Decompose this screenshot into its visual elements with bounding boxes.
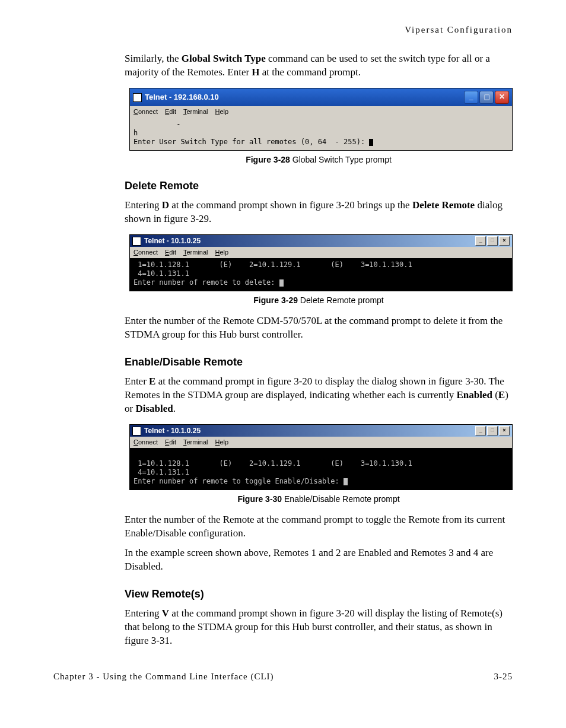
telnet-window-fig30: Telnet - 10.1.0.25 _ □ × Connect Edit Te… — [129, 424, 513, 490]
menubar: CConnectonnect Edit Terminal Help — [130, 106, 512, 117]
menu-help[interactable]: Help — [215, 438, 229, 447]
text-cursor — [279, 279, 284, 287]
minimize-button[interactable]: _ — [475, 426, 486, 435]
figure-label: Figure 3-28 — [246, 155, 290, 164]
menu-help[interactable]: Help — [215, 248, 229, 257]
maximize-button[interactable]: □ — [487, 236, 498, 246]
figure-text: Enable/Disable Remote prompt — [282, 494, 399, 504]
heading-enable-disable: Enable/Disable Remote — [125, 355, 513, 369]
page-footer: Chapter 3 - Using the Command Line Inter… — [53, 670, 513, 682]
text: Enter — [125, 376, 149, 387]
window-controls: _ ▢ ✕ — [464, 91, 509, 104]
terminal-output[interactable]: - h Enter User Switch Type for all remot… — [130, 117, 512, 150]
figure-text: Delete Remote prompt — [298, 295, 384, 305]
telnet-window-fig29: Telnet - 10.1.0.25 _ □ × Connect Edit Te… — [129, 234, 513, 291]
text-bold: E — [149, 376, 155, 387]
heading-view-remotes: View Remote(s) — [125, 587, 513, 601]
menu-terminal[interactable]: Terminal — [183, 107, 208, 116]
running-header: Vipersat Configuration — [53, 24, 513, 36]
window-controls: _ □ × — [475, 426, 510, 435]
text: Entering — [125, 608, 162, 619]
titlebar[interactable]: Telnet - 10.1.0.25 _ □ × — [130, 425, 512, 437]
window-title: Telnet - 192.168.0.10 — [145, 92, 219, 103]
text: ( — [492, 389, 498, 400]
text-bold: V — [162, 608, 169, 619]
close-button[interactable]: × — [499, 426, 510, 435]
close-button[interactable]: ✕ — [495, 91, 509, 104]
menu-edit[interactable]: Edit — [165, 107, 176, 116]
view-paragraph: Entering V at the command prompt shown i… — [125, 607, 513, 648]
menu-connect[interactable]: Connect — [133, 438, 158, 447]
telnet-window-fig28: Telnet - 192.168.0.10 _ ▢ ✕ CConnectonne… — [129, 88, 513, 151]
figure-label: Figure 3-29 — [253, 295, 298, 305]
text: Entering — [125, 199, 162, 211]
menubar: Connect Edit Terminal Help — [130, 437, 512, 448]
menu-connect[interactable]: Connect — [133, 248, 158, 257]
menu-edit[interactable]: Edit — [165, 438, 176, 447]
window-controls: _ □ × — [475, 236, 510, 246]
window-title: Telnet - 10.1.0.25 — [144, 236, 201, 246]
minimize-button[interactable]: _ — [475, 236, 486, 246]
titlebar[interactable]: Telnet - 192.168.0.10 _ ▢ ✕ — [130, 88, 512, 106]
heading-delete-remote: Delete Remote — [125, 179, 513, 193]
enable-paragraph: Enter E at the command prompt in figure … — [125, 375, 513, 416]
menu-edit[interactable]: Edit — [165, 248, 176, 257]
text-bold: Enabled — [456, 389, 492, 400]
footer-left: Chapter 3 - Using the Command Line Inter… — [53, 670, 274, 682]
enable-paragraph-3: In the example screen shown above, Remot… — [125, 546, 513, 574]
delete-paragraph: Entering D at the command prompt shown i… — [125, 199, 513, 226]
delete-paragraph-2: Enter the number of the Remote CDM-570/5… — [125, 314, 513, 342]
intro-paragraph: Similarly, the Global Switch Type comman… — [125, 52, 513, 80]
menu-terminal[interactable]: Terminal — [183, 248, 208, 257]
telnet-icon — [132, 237, 141, 246]
figure-caption-29: Figure 3-29 Delete Remote prompt — [125, 295, 513, 306]
text: at the command prompt shown in figure 3-… — [125, 608, 503, 646]
content-area: Similarly, the Global Switch Type comman… — [125, 52, 513, 647]
telnet-icon — [133, 93, 142, 102]
text: at the command prompt in figure 3-20 to … — [125, 376, 504, 400]
footer-right: 3-25 — [494, 670, 513, 682]
figure-text: Global Switch Type prompt — [290, 155, 392, 164]
text: at the command prompt shown in figure 3-… — [169, 199, 412, 211]
text-cursor — [344, 478, 348, 485]
figure-caption-28: Figure 3-28 Global Switch Type prompt — [125, 154, 513, 166]
text-bold: E — [498, 389, 505, 400]
text-bold: H — [252, 66, 259, 78]
terminal-output[interactable]: 1=10.1.128.1 (E) 2=10.1.129.1 (E) 3=10.1… — [130, 258, 512, 291]
terminal-output[interactable]: 1=10.1.128.1 (E) 2=10.1.129.1 (E) 3=10.1… — [130, 448, 512, 489]
close-button[interactable]: × — [499, 236, 510, 246]
text-bold: Disabled — [135, 403, 173, 414]
telnet-icon — [132, 427, 141, 435]
text-bold: Global Switch Type — [182, 53, 266, 64]
text-bold: D — [162, 199, 169, 211]
menu-help[interactable]: Help — [215, 107, 229, 116]
window-title: Telnet - 10.1.0.25 — [144, 426, 201, 435]
titlebar[interactable]: Telnet - 10.1.0.25 _ □ × — [130, 235, 512, 247]
maximize-button[interactable]: ▢ — [479, 91, 494, 104]
minimize-button[interactable]: _ — [464, 91, 478, 104]
text: Similarly, the — [125, 53, 182, 64]
figure-label: Figure 3-30 — [237, 494, 282, 504]
enable-paragraph-2: Enter the number of the Remote at the co… — [125, 513, 513, 541]
figure-caption-30: Figure 3-30 Enable/Disable Remote prompt — [125, 494, 513, 505]
menu-connect[interactable]: CConnectonnect — [133, 107, 158, 116]
text: . — [173, 403, 176, 414]
maximize-button[interactable]: □ — [487, 426, 498, 435]
menubar: Connect Edit Terminal Help — [130, 247, 512, 258]
text: at the command prompt. — [260, 66, 361, 78]
text-cursor — [369, 139, 373, 146]
text-bold: Delete Remote — [412, 199, 475, 211]
menu-terminal[interactable]: Terminal — [183, 438, 208, 447]
